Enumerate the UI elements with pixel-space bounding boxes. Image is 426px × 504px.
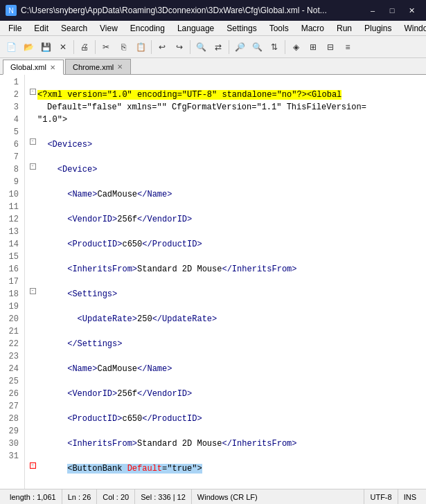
- title-bar: N C:\Users\snyberg\AppData\Roaming\3Dcon…: [0, 0, 426, 21]
- close-button[interactable]: ✕: [402, 3, 420, 17]
- toolbar-sep5: [229, 40, 229, 54]
- fold-2[interactable]: -: [30, 138, 36, 145]
- zoom-in-button[interactable]: 🔎: [231, 39, 248, 55]
- fold-15[interactable]: -: [30, 462, 36, 469]
- code-line-12: <VendorID>256f</VendorID>: [28, 388, 423, 400]
- status-length: length : 1,061: [4, 489, 62, 504]
- code-line-3: - <Device>: [28, 163, 423, 176]
- sync-scroll[interactable]: ⇅: [266, 39, 283, 55]
- menu-bar: File Edit Search View Encoding Language …: [0, 21, 426, 36]
- code-line-16: <Name>STR_DEFAULT_BUTTONBANK</Name>: [28, 487, 423, 489]
- title-bar-left: N C:\Users\snyberg\AppData\Roaming\3Dcon…: [6, 5, 327, 16]
- print-button[interactable]: 🖨: [76, 39, 93, 55]
- menu-tools[interactable]: Tools: [264, 21, 294, 35]
- toolbar-btn-extra1[interactable]: ◈: [287, 39, 304, 55]
- copy-button[interactable]: ⎘: [115, 39, 132, 55]
- undo-button[interactable]: ↩: [154, 39, 170, 55]
- save-button[interactable]: 💾: [37, 39, 54, 55]
- tab-global-xml-close[interactable]: ✕: [49, 64, 56, 71]
- status-sel: Sel : 336 | 12: [135, 489, 192, 504]
- toolbar-sep3: [151, 40, 152, 54]
- redo-button[interactable]: ↪: [171, 39, 188, 55]
- toolbar-btn-extra2[interactable]: ⊞: [305, 39, 321, 55]
- status-ins: INS: [398, 489, 422, 504]
- fold-1[interactable]: -: [30, 89, 36, 95]
- code-line-5: <VendorID>256f</VendorID>: [28, 213, 423, 226]
- zoom-out-button[interactable]: 🔍: [249, 39, 265, 55]
- line-numbers: 12345 678910 1112131415 1617181920 21222…: [0, 75, 25, 489]
- status-bar: length : 1,061 Ln : 26 Col : 20 Sel : 33…: [0, 489, 426, 504]
- menu-macro[interactable]: Macro: [296, 21, 330, 35]
- new-button[interactable]: 📄: [3, 39, 19, 55]
- menu-plugins[interactable]: Plugins: [359, 21, 397, 35]
- code-line-4: <Name>CadMouse</Name>: [28, 188, 423, 201]
- code-area[interactable]: -<?xml version="1.0" encoding="UTF-8" st…: [25, 75, 426, 489]
- title-bar-controls: – □ ✕: [364, 3, 420, 17]
- menu-language[interactable]: Language: [172, 21, 220, 35]
- fold-3[interactable]: -: [30, 163, 36, 170]
- code-line-10: </Settings>: [28, 338, 423, 350]
- code-line-2: - <Devices>: [28, 138, 423, 151]
- cut-button[interactable]: ✂: [98, 39, 114, 55]
- menu-edit[interactable]: Edit: [28, 21, 54, 35]
- code-line-14: <InheritsFrom>Standard 2D Mouse</Inherit…: [28, 438, 423, 450]
- fold-8[interactable]: -: [30, 288, 36, 294]
- menu-view[interactable]: View: [94, 21, 123, 35]
- toolbar: 📄 📂 💾 ✕ 🖨 ✂ ⎘ 📋 ↩ ↪ 🔍 ⇄ 🔎 🔍 ⇅ ◈ ⊞ ⊟ ≡: [0, 36, 426, 58]
- app-icon: N: [6, 5, 17, 16]
- code-line-8: - <Settings>: [28, 288, 423, 300]
- minimize-button[interactable]: –: [364, 3, 382, 17]
- code-line-9: <UpdateRate>250</UpdateRate>: [28, 313, 423, 325]
- code-line-15: - <ButtonBank Default="true">: [28, 462, 423, 475]
- tab-global-xml[interactable]: Global.xml ✕: [3, 60, 64, 75]
- toolbar-sep1: [73, 40, 74, 54]
- code-line-6: <ProductID>c650</ProductID>: [28, 238, 423, 251]
- menu-file[interactable]: File: [3, 21, 27, 35]
- close-file-button[interactable]: ✕: [55, 39, 71, 55]
- status-ln: Ln : 26: [62, 489, 98, 504]
- status-col: Col : 20: [97, 489, 135, 504]
- toolbar-btn-extra3[interactable]: ⊟: [322, 39, 339, 55]
- toolbar-sep2: [95, 40, 96, 54]
- menu-run[interactable]: Run: [331, 21, 357, 35]
- editor: 12345 678910 1112131415 1617181920 21222…: [0, 75, 426, 489]
- toolbar-sep6: [285, 40, 285, 54]
- window-title: C:\Users\snyberg\AppData\Roaming\3Dconne…: [21, 6, 327, 15]
- tab-chrome-xml[interactable]: Chrome.xml ✕: [65, 59, 131, 74]
- find-button[interactable]: 🔍: [193, 39, 209, 55]
- code-line-11: <Name>CadMouse</Name>: [28, 363, 423, 375]
- menu-window[interactable]: Window: [398, 21, 426, 35]
- code-line-13: <ProductID>c650</ProductID>: [28, 413, 423, 425]
- toolbar-sep4: [190, 40, 190, 54]
- code-line-1: -<?xml version="1.0" encoding="UTF-8" st…: [28, 89, 423, 126]
- tab-bar: Global.xml ✕ Chrome.xml ✕: [0, 58, 426, 75]
- menu-encoding[interactable]: Encoding: [125, 21, 170, 35]
- toolbar-btn-extra4[interactable]: ≡: [339, 39, 356, 55]
- replace-button[interactable]: ⇄: [210, 39, 227, 55]
- open-button[interactable]: 📂: [20, 39, 37, 55]
- code-line-7: <InheritsFrom>Standard 2D Mouse</Inherit…: [28, 263, 423, 276]
- menu-settings[interactable]: Settings: [221, 21, 262, 35]
- tab-chrome-xml-close[interactable]: ✕: [116, 63, 123, 71]
- maximize-button[interactable]: □: [383, 3, 401, 17]
- tab-chrome-xml-label: Chrome.xml: [73, 63, 114, 71]
- status-line-ending: Windows (CR LF): [192, 489, 365, 504]
- status-encoding: UTF-8: [364, 489, 398, 504]
- menu-search[interactable]: Search: [55, 21, 93, 35]
- paste-button[interactable]: 📋: [132, 39, 149, 55]
- tab-global-xml-label: Global.xml: [10, 63, 46, 71]
